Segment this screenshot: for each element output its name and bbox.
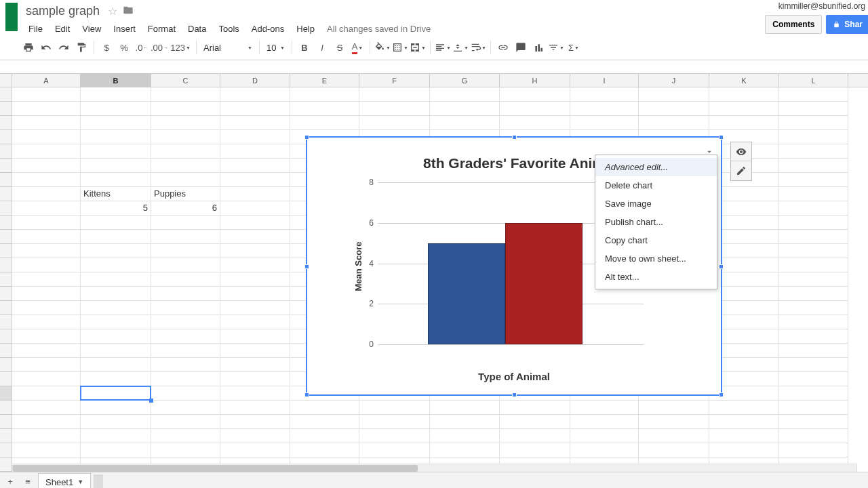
- cell[interactable]: [779, 344, 848, 358]
- row-header[interactable]: [0, 87, 12, 102]
- cell[interactable]: [81, 216, 151, 230]
- menu-format[interactable]: Format: [142, 21, 181, 37]
- cell[interactable]: [220, 244, 290, 258]
- undo-icon[interactable]: [38, 39, 54, 56]
- cell[interactable]: [12, 443, 81, 458]
- cell[interactable]: [81, 301, 151, 315]
- cell[interactable]: [359, 87, 430, 102]
- cell[interactable]: [220, 386, 290, 401]
- cell[interactable]: [220, 315, 290, 329]
- cell[interactable]: [12, 102, 81, 116]
- cell[interactable]: [151, 415, 220, 429]
- all-sheets-button[interactable]: ≡: [20, 474, 35, 489]
- cell[interactable]: [570, 401, 639, 415]
- cell[interactable]: [639, 401, 709, 415]
- cell[interactable]: [359, 102, 430, 116]
- cell[interactable]: [81, 401, 151, 415]
- row-header[interactable]: [0, 144, 12, 159]
- cell[interactable]: [220, 344, 290, 358]
- ctx-alt-text[interactable]: Alt text...: [595, 268, 717, 286]
- cell[interactable]: [359, 116, 430, 130]
- select-all-corner[interactable]: [0, 74, 12, 87]
- cell[interactable]: [12, 372, 81, 386]
- cell[interactable]: [12, 87, 81, 102]
- cell[interactable]: [500, 429, 570, 443]
- cell[interactable]: [151, 159, 220, 173]
- cell[interactable]: [12, 216, 81, 230]
- menu-help[interactable]: Help: [291, 21, 320, 37]
- merge-button[interactable]: ▼: [410, 39, 426, 56]
- cell[interactable]: [151, 116, 220, 130]
- row-header[interactable]: [0, 130, 12, 144]
- cell[interactable]: [500, 87, 570, 102]
- cell[interactable]: [290, 415, 359, 429]
- doc-title[interactable]: sample graph: [23, 3, 102, 20]
- cell[interactable]: 6: [151, 201, 220, 216]
- cell[interactable]: [500, 102, 570, 116]
- cell[interactable]: [12, 272, 81, 287]
- cell[interactable]: [151, 87, 220, 102]
- comment-icon[interactable]: [513, 39, 529, 56]
- row-header[interactable]: [0, 372, 12, 386]
- cell[interactable]: [359, 443, 430, 458]
- cell[interactable]: [12, 358, 81, 372]
- cell[interactable]: [12, 130, 81, 144]
- cell[interactable]: [220, 216, 290, 230]
- cell[interactable]: [12, 315, 81, 329]
- cell[interactable]: [151, 386, 220, 401]
- ctx-delete-chart[interactable]: Delete chart: [595, 176, 717, 195]
- cell[interactable]: [779, 429, 848, 443]
- cell[interactable]: [81, 315, 151, 329]
- cell[interactable]: [81, 344, 151, 358]
- cell[interactable]: [220, 230, 290, 244]
- cell[interactable]: [12, 230, 81, 244]
- cell[interactable]: [220, 187, 290, 201]
- cell[interactable]: [500, 443, 570, 458]
- cell[interactable]: [779, 386, 848, 401]
- cell[interactable]: [81, 272, 151, 287]
- cell[interactable]: [81, 116, 151, 130]
- cell[interactable]: [220, 401, 290, 415]
- cell[interactable]: [290, 102, 359, 116]
- cell[interactable]: [290, 443, 359, 458]
- cell[interactable]: [779, 201, 848, 216]
- functions-icon[interactable]: Σ▼: [566, 39, 582, 56]
- menu-tools[interactable]: Tools: [213, 21, 244, 37]
- cell[interactable]: [779, 144, 848, 159]
- paint-format-icon[interactable]: [73, 39, 90, 56]
- cell[interactable]: [12, 287, 81, 301]
- ctx-move-sheet[interactable]: Move to own sheet...: [595, 249, 717, 268]
- col-header-G[interactable]: G: [430, 74, 500, 87]
- bold-button[interactable]: B: [296, 39, 313, 56]
- cell[interactable]: [709, 116, 779, 130]
- cell[interactable]: [151, 130, 220, 144]
- cell[interactable]: [220, 272, 290, 287]
- cell[interactable]: [220, 201, 290, 216]
- cell[interactable]: [779, 230, 848, 244]
- cell[interactable]: [81, 144, 151, 159]
- print-icon[interactable]: [20, 39, 37, 56]
- cell[interactable]: [779, 401, 848, 415]
- cell[interactable]: [709, 102, 779, 116]
- cell[interactable]: [639, 443, 709, 458]
- cell[interactable]: [639, 429, 709, 443]
- col-header-E[interactable]: E: [290, 74, 359, 87]
- cell[interactable]: [220, 287, 290, 301]
- cell[interactable]: [12, 244, 81, 258]
- cell[interactable]: [220, 173, 290, 187]
- cell[interactable]: [151, 301, 220, 315]
- row-header[interactable]: [0, 201, 12, 216]
- share-button[interactable]: Shar: [826, 15, 868, 34]
- cell[interactable]: [81, 230, 151, 244]
- cell[interactable]: [151, 173, 220, 187]
- cell[interactable]: [81, 287, 151, 301]
- col-header-C[interactable]: C: [151, 74, 220, 87]
- cell[interactable]: 5: [81, 201, 151, 216]
- row-header[interactable]: [0, 301, 12, 315]
- redo-icon[interactable]: [56, 39, 72, 56]
- cell[interactable]: [779, 258, 848, 272]
- cell[interactable]: [151, 329, 220, 344]
- cell[interactable]: [81, 87, 151, 102]
- cell[interactable]: [709, 443, 779, 458]
- ctx-advanced-edit[interactable]: Advanced edit...: [595, 158, 717, 176]
